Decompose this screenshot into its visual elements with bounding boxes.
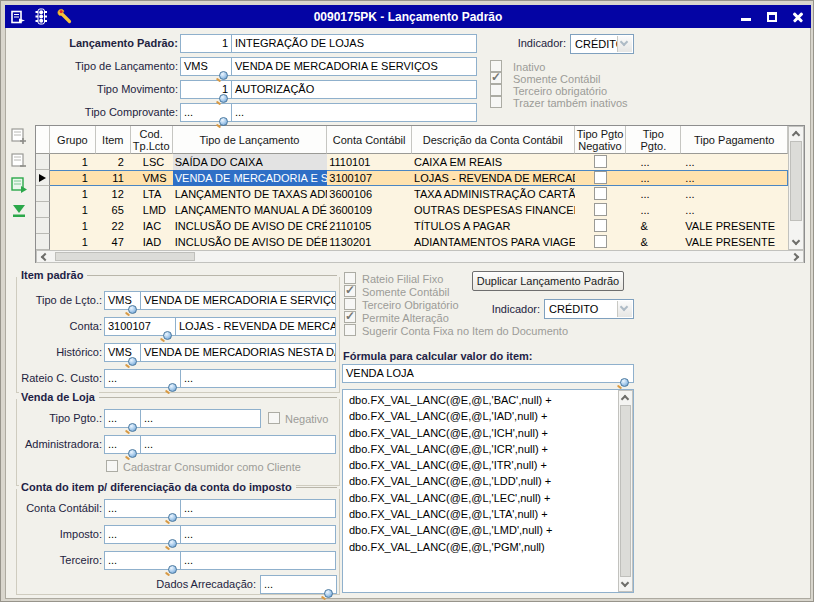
pgto-negativo-checkbox[interactable] (594, 155, 607, 168)
grid-column-header[interactable]: Item (96, 126, 131, 154)
grid-cell[interactable]: 3600106 (327, 186, 412, 202)
grid-cell[interactable]: LSC (131, 154, 173, 170)
grid-cell[interactable]: ... (626, 202, 681, 218)
lookup-icon[interactable] (163, 331, 172, 340)
grid-cell[interactable]: INCLUSÃO DE AVISO DE CRÉDI (173, 218, 328, 234)
formula-listbox[interactable]: dbo.FX_VAL_LANC(@E,@L,'BAC',null) +dbo.F… (342, 389, 634, 593)
combo-dropdown-button[interactable] (617, 36, 632, 52)
grid-cell[interactable]: ... (626, 154, 681, 170)
add-record-icon[interactable] (10, 127, 28, 145)
grid-cell[interactable]: LOJAS - REVENDA DE MERCADORIA (412, 170, 575, 186)
grid-horizontal-scrollbar[interactable] (36, 250, 804, 263)
grid-cell[interactable]: VALE PRESENTE (681, 218, 788, 234)
field-value-input[interactable]: VENDA DE MERCADORIA E SERVIÇOS (231, 57, 477, 76)
grid-cell[interactable]: ... (681, 186, 788, 202)
field-code-input[interactable]: 1 (180, 34, 232, 53)
grid-cell[interactable]: 1 (50, 218, 96, 234)
duplicar-lancamento-button[interactable]: Duplicar Lançamento Padrão (472, 271, 624, 291)
field-value-input[interactable]: LOJAS - REVENDA DE MERCADO (175, 317, 336, 336)
lookup-icon[interactable] (219, 94, 228, 103)
grid-cell[interactable]: VMS (131, 170, 173, 186)
lookup-icon[interactable] (168, 513, 177, 522)
wrench-icon[interactable] (54, 8, 74, 25)
traffic-light-icon[interactable] (31, 8, 51, 25)
checkbox[interactable] (490, 72, 502, 84)
field-value-input[interactable]: ... (180, 369, 336, 388)
scroll-right-icon[interactable] (791, 253, 799, 261)
grid-cell[interactable]: TAXA ADMINISTRAÇÃO CARTÃO DE (412, 186, 575, 202)
grid-cell[interactable] (575, 202, 627, 218)
grid-cell[interactable]: & (626, 218, 681, 234)
field-value-input[interactable]: ... (180, 525, 336, 544)
grid-cell[interactable]: 1 (50, 202, 96, 218)
table-row[interactable]: 111VMSVENDA DE MERCADORIA E SE3100107LOJ… (36, 170, 788, 186)
grid-cell[interactable]: VENDA DE MERCADORIA E SE (173, 170, 328, 186)
formula-scrollbar[interactable] (618, 390, 633, 592)
lookup-icon[interactable] (128, 357, 137, 366)
close-icon[interactable] (791, 10, 805, 24)
grid-cell[interactable]: SAÍDA DO CAIXA (173, 154, 328, 170)
pgto-negativo-checkbox[interactable] (594, 187, 607, 200)
lookup-icon[interactable] (168, 565, 177, 574)
indicador2-combobox[interactable]: CRÉDITO (544, 299, 634, 319)
grid-cell[interactable]: ... (626, 170, 681, 186)
table-row[interactable]: 122IACINCLUSÃO DE AVISO DE CRÉDI2110105T… (36, 218, 788, 234)
checkbox[interactable] (344, 311, 356, 323)
table-row[interactable]: 112LTALANÇAMENTO DE TAXAS ADMI3600106TAX… (36, 186, 788, 202)
grid-cell[interactable] (575, 170, 627, 186)
table-row[interactable]: 147IADINCLUSÃO DE AVISO DE DÉBIT1130201A… (36, 234, 788, 250)
lookup-icon[interactable] (620, 378, 629, 387)
post-record-icon[interactable] (10, 176, 28, 194)
grid-column-header[interactable]: Tipo Pagamento (681, 126, 788, 154)
scrollbar-thumb[interactable] (55, 252, 195, 261)
grid-cell[interactable]: 1 (50, 186, 96, 202)
grid-cell[interactable]: 2 (96, 154, 131, 170)
grid-cell[interactable]: 3100107 (327, 170, 412, 186)
minimize-icon[interactable] (739, 10, 753, 24)
grid-cell[interactable] (575, 218, 627, 234)
field-value-input[interactable]: AUTORIZAÇÃO (231, 80, 477, 99)
delete-record-icon[interactable] (10, 152, 28, 170)
lookup-icon[interactable] (168, 383, 177, 392)
grid-column-header[interactable]: Descrição da Conta Contábil (412, 126, 575, 154)
lookup-icon[interactable] (168, 539, 177, 548)
grid-column-header[interactable]: Grupo (50, 126, 96, 154)
field-value-input[interactable]: VENDA DE MERCADORIAS NESTA DATA (140, 343, 336, 362)
grid-cell[interactable]: IAC (131, 218, 173, 234)
field-value-input[interactable]: VENDA DE MERCADORIA E SERVIÇOS (140, 291, 336, 310)
grid-cell[interactable]: LANÇAMENTO MANUAL A DÉBI (173, 202, 328, 218)
grid-cell[interactable]: ... (626, 186, 681, 202)
lookup-icon[interactable] (128, 449, 137, 458)
grid-cell[interactable]: 11 (96, 170, 131, 186)
grid-cell[interactable]: LANÇAMENTO DE TAXAS ADMI (173, 186, 328, 202)
lookup-icon[interactable] (219, 117, 228, 126)
table-row[interactable]: 12LSCSAÍDA DO CAIXA1110101CAIXA EM REAIS… (36, 154, 788, 170)
lookup-icon[interactable] (128, 305, 137, 314)
table-row[interactable]: 165LMDLANÇAMENTO MANUAL A DÉBI3600109OUT… (36, 202, 788, 218)
grid-cell[interactable]: 65 (96, 202, 131, 218)
grid-cell[interactable]: 1 (50, 154, 96, 170)
checkbox[interactable] (490, 84, 502, 96)
grid-cell[interactable]: ... (681, 170, 788, 186)
grid-cell[interactable]: & (626, 234, 681, 250)
grid-cell[interactable]: ADIANTAMENTOS PARA VIAGENS E (412, 234, 575, 250)
maximize-icon[interactable] (765, 10, 779, 24)
grid-cell[interactable]: INCLUSÃO DE AVISO DE DÉBIT (173, 234, 328, 250)
form-export-icon[interactable] (8, 8, 28, 25)
grid-column-header[interactable]: Tipo Pgto Negativo (575, 126, 627, 154)
grid-cell[interactable]: VALE PRESENTE (681, 234, 788, 250)
grid-cell[interactable]: 1 (50, 170, 96, 186)
grid-cell[interactable]: 2110105 (327, 218, 412, 234)
field-value-input[interactable]: ... (180, 499, 336, 518)
scrollbar-thumb[interactable] (790, 141, 802, 221)
grid-column-header[interactable]: Tipo Pgto. (626, 126, 681, 154)
indicador-combobox[interactable]: CRÉDITO (570, 34, 634, 54)
scroll-down-icon[interactable] (792, 237, 800, 245)
checkbox[interactable] (344, 324, 356, 336)
scroll-up-icon[interactable] (792, 131, 800, 139)
combo-dropdown-button[interactable] (617, 301, 632, 317)
formula-input[interactable]: VENDA LOJA (342, 364, 634, 383)
lookup-icon[interactable] (324, 589, 333, 598)
grid-cell[interactable] (575, 186, 627, 202)
grid-cell[interactable]: 1130201 (327, 234, 412, 250)
